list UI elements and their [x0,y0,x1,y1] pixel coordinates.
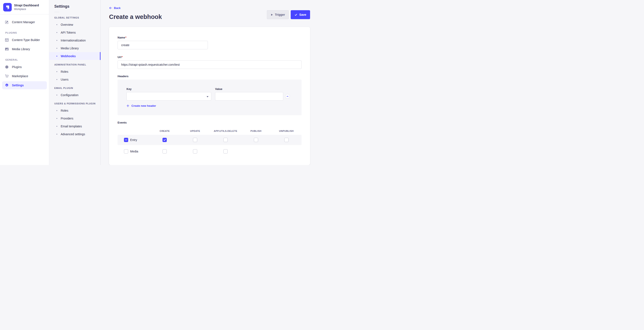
events-cell [180,138,210,142]
back-arrow-icon [109,6,112,9]
bullet-icon [56,126,57,127]
event-checkbox-media-update[interactable] [193,149,197,154]
header-key-column: Key [126,87,211,101]
events-cell [150,149,180,154]
value-input[interactable] [215,92,283,101]
required-asterisk: * [125,36,126,39]
sidebar-item-label: Media Library [12,47,30,51]
workspace-name: Workplace [14,8,39,11]
key-select-wrap [126,92,211,101]
events-column-header: UNPUBLISH [271,130,302,132]
events-row-label-cell: Media [118,149,150,154]
url-field: Url* [118,55,302,69]
headers-label: Headers [118,75,302,78]
header-key-value-row: Key Value [126,87,297,101]
name-input[interactable] [118,41,208,49]
subnav-item-label: Webhooks [61,54,76,58]
subnav-item-up-roles[interactable]: Roles [49,107,100,114]
webhook-form-card: Name* Url* Headers Key [109,27,310,165]
events-cell [210,138,241,142]
row-checkbox-media[interactable] [124,149,128,154]
subnav-item-users[interactable]: Users [49,75,100,83]
sidebar-item-media-library[interactable]: Media Library [2,45,47,53]
subnav-item-internationalization[interactable]: Internationalization [49,36,100,44]
sidebar-item-marketplace[interactable]: Marketplace [2,72,47,80]
subnav-item-webhooks[interactable]: Webhooks [49,52,100,60]
chevron-down-icon[interactable] [206,96,208,97]
subnav-item-overview[interactable]: Overview [49,21,100,28]
sidebar-section-title: PLUGINS [0,27,49,35]
sidebar-item-settings[interactable]: Settings [2,81,47,89]
layout-icon [5,38,9,42]
event-checkbox-entry-unpublish[interactable] [284,138,288,142]
gear-icon [5,83,9,87]
minus-icon [125,140,127,140]
back-link[interactable]: Back [109,6,120,9]
check-icon [294,13,297,16]
events-table: CREATEUPDATEAPP.UTILS.DELETEPUBLISHUNPUB… [118,127,302,157]
sidebar-item-label: Content Manager [12,20,35,24]
event-checkbox-entry-publish[interactable] [254,138,258,142]
event-checkbox-entry-create[interactable] [162,138,167,142]
subnav-item-configuration[interactable]: Configuration [49,91,100,99]
subnav-item-label: Configuration [61,93,78,97]
create-new-header-button[interactable]: Create new header [126,104,156,107]
events-cell [150,138,180,142]
save-button[interactable]: Save [291,10,310,19]
events-row-label-cell: Entry [118,138,150,142]
events-section: Events CREATEUPDATEAPP.UTILS.DELETEPUBLI… [118,121,302,157]
event-checkbox-media-app.utils.delete[interactable] [224,149,228,154]
sidebar-item-label: Marketplace [12,74,28,78]
name-field: Name* [118,35,302,49]
subnav-item-email-templates[interactable]: Email templates [49,122,100,130]
subnav-item-api-tokens[interactable]: API Tokens [49,28,100,36]
row-checkbox-entry[interactable] [124,138,128,142]
bullet-icon [56,71,57,72]
settings-subnav: Settings GLOBAL SETTINGSOverviewAPI Toke… [49,0,100,165]
subnav-item-providers[interactable]: Providers [49,114,100,122]
subnav-item-media-library[interactable]: Media Library [49,44,100,52]
puzzle-icon [5,65,9,69]
sidebar-item-label: Content-Type Builder [12,38,40,42]
trigger-button-label: Trigger [275,13,285,16]
app-sidebar: Strapi Dashboard Workplace Content Manag… [0,0,49,165]
subnav-item-advanced-settings[interactable]: Advanced settings [49,130,100,138]
subnav-section-title: GLOBAL SETTINGS [49,13,100,21]
events-label: Events [118,121,302,124]
bullet-icon [56,79,57,80]
bullet-icon [56,110,57,111]
subnav-item-label: Advanced settings [61,133,85,136]
event-checkbox-entry-app.utils.delete[interactable] [224,138,228,142]
trigger-button[interactable]: Trigger [267,10,289,19]
subnav-item-label: Email templates [61,125,82,128]
cart-icon [5,74,9,78]
image-icon [5,47,9,51]
remove-header-button[interactable] [285,94,290,99]
key-select[interactable] [126,92,211,101]
bullet-icon [56,48,57,49]
sidebar-item-plugins[interactable]: Plugins [2,63,47,71]
subnav-item-label: Internationalization [61,39,86,42]
value-label: Value [215,87,283,91]
workspace-header[interactable]: Strapi Dashboard Workplace [0,0,49,14]
header-actions: Trigger Save [267,10,310,19]
sidebar-item-content-type-builder[interactable]: Content-Type Builder [2,36,47,44]
subnav-item-label: Overview [61,23,73,26]
sidebar-nav: Content ManagerPLUGINSContent-Type Build… [0,14,49,89]
required-asterisk: * [122,55,123,59]
events-row-label: Media [130,150,138,153]
url-input[interactable] [118,60,302,69]
events-row-media: Media [118,146,302,157]
main-content: Back Create a webhook Trigger Save Name*… [100,0,322,165]
event-checkbox-media-create[interactable] [162,149,167,154]
subnav-item-roles[interactable]: Roles [49,68,100,75]
app-title: Strapi Dashboard [14,3,39,7]
subnav-section-title: ADMINISTRATION PANEL [49,60,100,68]
subnav-item-label: Media Library [61,47,79,50]
event-checkbox-entry-update[interactable] [193,138,197,142]
bullet-icon [56,95,57,95]
sidebar-item-content-manager[interactable]: Content Manager [2,18,47,26]
events-column-header: UPDATE [180,130,210,132]
subnav-item-label: Users [61,78,68,81]
bullet-icon [56,134,57,135]
